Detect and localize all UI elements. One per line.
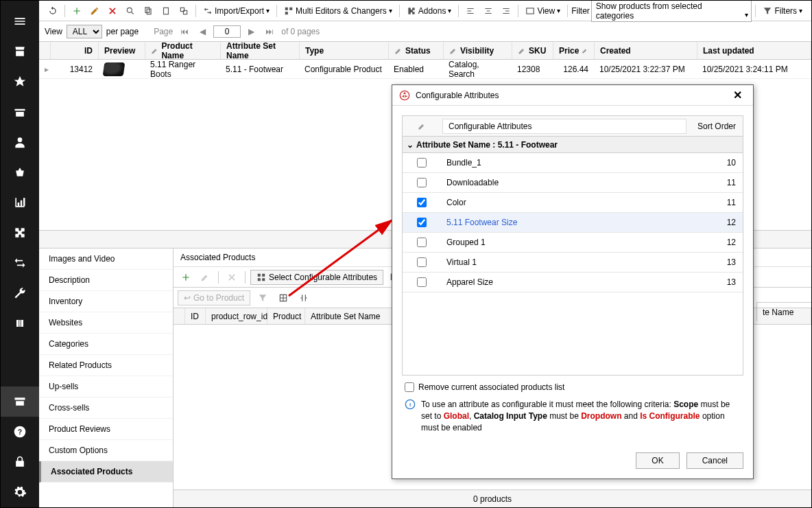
duplicate-button[interactable] bbox=[176, 4, 192, 18]
store-icon[interactable] bbox=[1, 36, 39, 67]
split-icon[interactable] bbox=[296, 291, 312, 305]
tab-reviews[interactable]: Product Reviews bbox=[39, 419, 173, 440]
col-id[interactable]: ID bbox=[51, 42, 99, 59]
attr-sort: 11 bbox=[708, 178, 743, 187]
dialog-close-button[interactable]: ✕ bbox=[729, 87, 746, 103]
edit-button[interactable] bbox=[86, 4, 103, 18]
tab-custom-options[interactable]: Custom Options bbox=[39, 440, 173, 461]
help-icon[interactable]: ? bbox=[1, 417, 39, 447]
attr-checkbox[interactable] bbox=[417, 158, 427, 168]
svg-rect-12 bbox=[258, 273, 261, 276]
attr-row[interactable]: Color 11 bbox=[403, 193, 743, 213]
attr-row[interactable]: Virtual 1 13 bbox=[403, 253, 743, 273]
assoc-col-rowid[interactable]: product_row_id bbox=[206, 308, 267, 324]
multi-editors-dropdown[interactable]: Multi Editors & Changers bbox=[280, 4, 396, 18]
goto-product-button[interactable]: ↩Go to Product bbox=[178, 290, 250, 305]
attr-row[interactable]: Grouped 1 12 bbox=[403, 233, 743, 253]
prev-page-button[interactable]: ◀ bbox=[196, 25, 209, 38]
cell-created: 10/25/2021 3:22:37 PM bbox=[594, 60, 697, 78]
archive-icon[interactable] bbox=[1, 386, 39, 417]
attr-checkbox[interactable] bbox=[417, 218, 427, 227]
tab-images[interactable]: Images and Video bbox=[39, 249, 173, 270]
refresh-button[interactable] bbox=[45, 4, 61, 18]
lock-icon[interactable] bbox=[1, 447, 39, 477]
attr-group-header[interactable]: ⌄Attribute Set Name : 5.11 - Footwear bbox=[403, 137, 743, 153]
col-updated[interactable]: Last updated bbox=[697, 42, 811, 59]
assoc-edit-button[interactable] bbox=[197, 270, 213, 284]
attr-row[interactable]: Apparel Size 13 bbox=[403, 273, 743, 292]
tab-description[interactable]: Description bbox=[39, 270, 173, 291]
attr-checkbox[interactable] bbox=[417, 277, 427, 287]
filter-icon[interactable] bbox=[254, 291, 271, 305]
attr-checkbox[interactable] bbox=[417, 238, 427, 247]
col-type[interactable]: Type bbox=[300, 42, 389, 59]
addons-dropdown[interactable]: Addons bbox=[403, 4, 455, 18]
filter-dropdown[interactable]: Show products from selected categories bbox=[591, 0, 752, 22]
attr-row[interactable]: 5.11 Footwear Size 12 bbox=[403, 213, 743, 233]
tab-associated[interactable]: Associated Products bbox=[39, 461, 173, 483]
attr-checkbox[interactable] bbox=[417, 257, 427, 267]
col-visibility[interactable]: Visibility bbox=[444, 42, 512, 59]
attr-name: Grouped 1 bbox=[441, 238, 708, 247]
chart-icon[interactable] bbox=[1, 187, 39, 218]
star-icon[interactable] bbox=[1, 67, 39, 97]
col-preview[interactable]: Preview bbox=[99, 42, 145, 59]
cancel-button[interactable]: Cancel bbox=[686, 452, 743, 469]
align-left-button[interactable] bbox=[462, 4, 479, 18]
col-sku[interactable]: SKU bbox=[512, 42, 553, 59]
puzzle-icon[interactable] bbox=[1, 218, 39, 248]
col-price[interactable]: Price bbox=[553, 42, 595, 59]
copy-button[interactable] bbox=[140, 4, 156, 18]
per-page-select[interactable]: ALL bbox=[67, 25, 102, 38]
align-right-button[interactable] bbox=[498, 4, 514, 18]
col-product-name[interactable]: Product Name bbox=[145, 42, 221, 59]
product-thumbnail bbox=[103, 62, 126, 76]
page-input[interactable] bbox=[213, 25, 241, 38]
import-export-dropdown[interactable]: Import/Export bbox=[200, 4, 273, 18]
attr-checkbox[interactable] bbox=[417, 178, 427, 187]
box-icon[interactable] bbox=[1, 97, 39, 127]
select-configurable-button[interactable]: Select Configurable Attributes bbox=[250, 270, 383, 285]
first-page-button[interactable]: ⏮ bbox=[177, 25, 192, 38]
filters-dropdown[interactable]: Filters bbox=[759, 4, 806, 18]
table-row[interactable]: ▸ 13412 5.11 Ranger Boots 5.11 - Footwea… bbox=[39, 60, 811, 79]
assoc-add-button[interactable] bbox=[178, 270, 194, 284]
tab-crosssells[interactable]: Cross-sells bbox=[39, 397, 173, 419]
grid-icon-1[interactable] bbox=[275, 291, 291, 305]
col-status[interactable]: Status bbox=[389, 42, 444, 59]
paste-button[interactable] bbox=[158, 4, 174, 18]
col-attr-set[interactable]: Attribute Set Name bbox=[221, 42, 300, 59]
attr-checkbox[interactable] bbox=[417, 198, 427, 207]
user-icon[interactable] bbox=[1, 127, 39, 157]
search-button[interactable] bbox=[122, 4, 139, 18]
basket-icon[interactable] bbox=[1, 157, 39, 187]
align-center-button[interactable] bbox=[480, 4, 497, 18]
assoc-col-product[interactable]: Product bbox=[267, 308, 305, 324]
gear-icon[interactable] bbox=[1, 477, 39, 507]
remove-products-checkbox[interactable] bbox=[405, 382, 414, 392]
ok-button[interactable]: OK bbox=[636, 452, 679, 469]
main-toolbar: Import/Export Multi Editors & Changers A… bbox=[39, 1, 811, 21]
remove-products-label: Remove current associated products list bbox=[418, 382, 564, 392]
right-cutoff-col: te Name bbox=[756, 302, 811, 321]
menu-icon[interactable] bbox=[1, 6, 39, 36]
layers-icon[interactable] bbox=[1, 308, 39, 338]
tab-related[interactable]: Related Products bbox=[39, 355, 173, 376]
attr-header-sort[interactable]: Sort Order bbox=[688, 122, 743, 131]
assoc-delete-button[interactable] bbox=[224, 270, 240, 284]
view-dropdown[interactable]: View bbox=[522, 4, 564, 18]
wrench-icon[interactable] bbox=[1, 278, 39, 308]
tab-inventory[interactable]: Inventory bbox=[39, 291, 173, 312]
last-page-button[interactable]: ⏭ bbox=[262, 25, 277, 38]
add-button[interactable] bbox=[69, 4, 85, 18]
col-created[interactable]: Created bbox=[595, 42, 697, 59]
assoc-col-id[interactable]: ID bbox=[185, 308, 206, 324]
delete-button[interactable] bbox=[104, 4, 121, 18]
transfer-icon[interactable] bbox=[1, 248, 39, 278]
tab-websites[interactable]: Websites bbox=[39, 312, 173, 334]
next-page-button[interactable]: ▶ bbox=[245, 25, 258, 38]
tab-upsells[interactable]: Up-sells bbox=[39, 376, 173, 397]
tab-categories[interactable]: Categories bbox=[39, 334, 173, 355]
attr-row[interactable]: Bundle_1 10 bbox=[403, 153, 743, 173]
attr-row[interactable]: Downloadable 11 bbox=[403, 173, 743, 193]
